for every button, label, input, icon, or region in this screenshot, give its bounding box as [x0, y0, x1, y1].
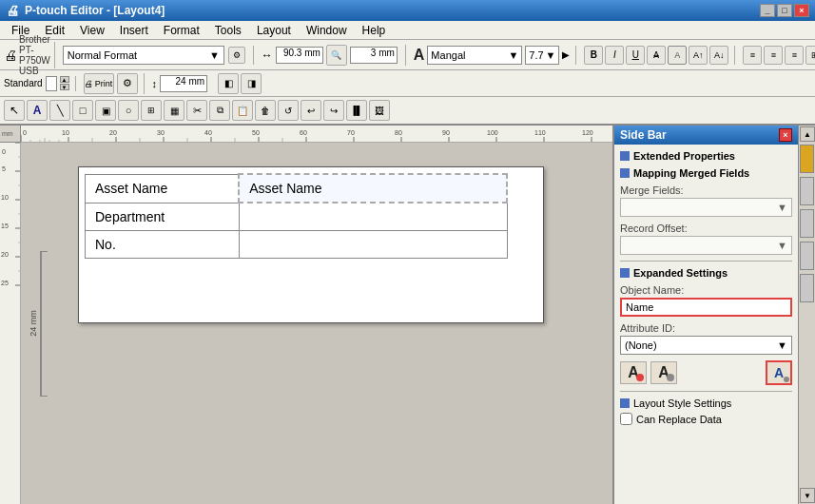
divider-1: [620, 261, 792, 262]
frame-tool[interactable]: ▣: [95, 100, 116, 121]
menu-layout[interactable]: Layout: [249, 21, 299, 39]
panel-btn-5[interactable]: [800, 274, 814, 302]
printer-icon: 🖨: [4, 48, 17, 63]
attribute-id-dropdown[interactable]: (None) ▼: [620, 336, 792, 355]
line-tool[interactable]: ╲: [49, 100, 70, 121]
copy-tool[interactable]: ⧉: [209, 100, 230, 121]
svg-text:20: 20: [109, 129, 117, 136]
snap-grid-tool[interactable]: ⊞: [141, 100, 162, 121]
cell-asset-name-value[interactable]: Asset Name: [239, 174, 507, 203]
scroll-down-btn[interactable]: ▼: [800, 488, 815, 503]
sidebar: Side Bar × Extended Properties Mapping M…: [612, 126, 798, 504]
align-right-icon[interactable]: ◨: [241, 73, 262, 94]
align-left-btn[interactable]: ≡: [743, 46, 762, 65]
font-dropdown[interactable]: Mangal ▼: [427, 46, 522, 65]
table-tool[interactable]: ▦: [164, 100, 184, 121]
table-row: No.: [86, 230, 508, 258]
menu-window[interactable]: Window: [299, 21, 355, 39]
text-tool[interactable]: A: [27, 100, 48, 121]
undo-tool[interactable]: ↩: [301, 100, 321, 121]
object-name-input[interactable]: [620, 298, 792, 317]
A-down-btn[interactable]: A↓: [709, 46, 728, 65]
expanded-settings-section: Expanded Settings: [620, 267, 792, 279]
cell-department-value[interactable]: [239, 203, 507, 230]
cursor-tool[interactable]: ↖: [4, 100, 25, 121]
menu-insert[interactable]: Insert: [112, 21, 156, 39]
panel-btn-1[interactable]: [800, 145, 814, 173]
canvas-wrapper: mm 0 10 20 30 40: [0, 126, 612, 504]
align-right-btn[interactable]: ≡: [785, 46, 804, 65]
delete-A-button[interactable]: A: [650, 361, 677, 384]
menu-help[interactable]: Help: [355, 21, 394, 39]
underline-button[interactable]: U: [626, 46, 645, 65]
menu-view[interactable]: View: [72, 21, 112, 39]
size-24mm-label: 24 mm: [29, 310, 38, 337]
barcode-tool[interactable]: ▐▌: [346, 100, 367, 121]
format-options-btn[interactable]: ⚙: [228, 47, 245, 64]
cell-department-label[interactable]: Department: [86, 203, 240, 230]
menu-format[interactable]: Format: [156, 21, 207, 39]
copies-up[interactable]: ▲: [60, 76, 69, 83]
align-center-btn[interactable]: ≡: [764, 46, 783, 65]
text-width-btn[interactable]: ⊞: [805, 46, 815, 65]
rect-tool[interactable]: □: [72, 100, 93, 121]
label-table[interactable]: Asset Name Asset Name Department No.: [85, 173, 508, 259]
print-label: Print: [95, 79, 113, 88]
merge-fields-dropdown[interactable]: ▼: [620, 198, 792, 217]
bold-button[interactable]: B: [584, 46, 603, 65]
scroll-up-btn[interactable]: ▲: [800, 126, 815, 142]
close-button[interactable]: ×: [794, 4, 809, 17]
expanded-settings-icon: [620, 268, 630, 278]
sidebar-right-panel: ▲ ▼: [798, 126, 815, 504]
vertical-ruler: 0 5 10 15 20 25: [0, 143, 21, 504]
panel-btn-3[interactable]: [800, 209, 814, 238]
height-arrow: ↕: [152, 78, 158, 89]
can-replace-checkbox[interactable]: [620, 413, 632, 425]
font-size-dropdown[interactable]: 7.7 ▼: [525, 46, 559, 65]
image-tool[interactable]: 🖼: [369, 100, 390, 121]
A-up-btn[interactable]: A↑: [689, 46, 708, 65]
cell-asset-name-label[interactable]: Asset Name: [86, 174, 240, 203]
attribute-id-label: Attribute ID:: [620, 322, 792, 334]
paste-tool[interactable]: 📋: [232, 100, 253, 121]
ruler-row: mm 0 10 20 30 40: [0, 126, 612, 143]
ellipse-tool[interactable]: ○: [118, 100, 139, 121]
svg-text:120: 120: [582, 129, 593, 136]
outline-button[interactable]: A: [668, 46, 687, 65]
cell-no-label[interactable]: No.: [86, 230, 240, 258]
copies-down[interactable]: ▼: [60, 84, 69, 90]
margin-input[interactable]: 3 mm: [350, 47, 398, 64]
cell-no-value[interactable]: [239, 230, 507, 258]
panel-btn-2[interactable]: [800, 177, 814, 205]
size-bracket-top: [40, 251, 48, 252]
special-A-button[interactable]: A: [766, 360, 792, 385]
insert-A-button[interactable]: A: [620, 361, 647, 384]
print-btn[interactable]: 🖨 Print: [84, 73, 114, 94]
cut-tool[interactable]: ✂: [186, 100, 207, 121]
svg-text:15: 15: [1, 223, 9, 229]
maximize-button[interactable]: □: [777, 4, 792, 17]
sidebar-close-button[interactable]: ×: [779, 128, 792, 142]
font-size-arrow: ▼: [545, 49, 555, 61]
minimize-button[interactable]: _: [760, 4, 775, 17]
redo-tool[interactable]: ↪: [323, 100, 344, 121]
format-dropdown[interactable]: Normal Format ▼: [63, 46, 224, 65]
scroll-track: [799, 304, 815, 487]
record-offset-dropdown[interactable]: ▼: [620, 236, 792, 255]
delete-tool[interactable]: 🗑: [255, 100, 276, 121]
panel-btn-4[interactable]: [800, 242, 814, 270]
zoom-btn[interactable]: 🔍: [326, 45, 347, 66]
printer-label: Brother PT-P750W USB: [19, 34, 50, 76]
canvas-area[interactable]: 24 mm Asset Name Asset Name: [21, 143, 612, 504]
rotate-tool[interactable]: ↺: [278, 100, 299, 121]
svg-text:20: 20: [1, 251, 9, 258]
italic-button[interactable]: I: [605, 46, 624, 65]
menu-tools[interactable]: Tools: [207, 21, 249, 39]
align-left-icon[interactable]: ◧: [218, 73, 239, 94]
strikethrough-button[interactable]: A̶: [647, 46, 666, 65]
settings-btn[interactable]: ⚙: [117, 73, 138, 94]
width-input[interactable]: 90.3 mm: [276, 47, 323, 64]
height-input[interactable]: 24 mm: [160, 75, 207, 92]
svg-text:5: 5: [2, 165, 6, 172]
format-dropdown-label: Normal Format: [68, 49, 137, 61]
